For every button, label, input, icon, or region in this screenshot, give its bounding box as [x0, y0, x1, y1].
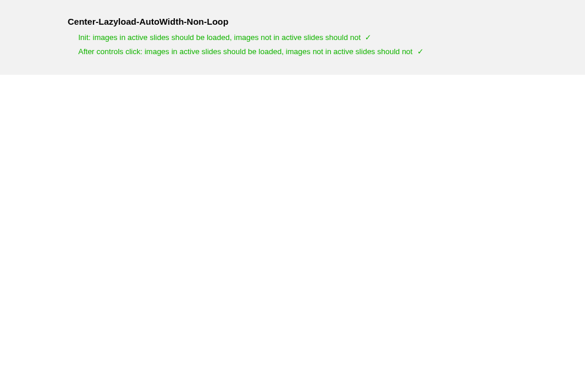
result-text: Init: images in active slides should be …	[78, 33, 361, 42]
result-item: Init: images in active slides should be …	[78, 32, 585, 43]
result-item: After controls click: images in active s…	[78, 46, 585, 57]
result-list: Init: images in active slides should be …	[78, 32, 585, 57]
check-icon: ✓	[417, 47, 424, 56]
panel-title: Center-Lazyload-AutoWidth-Non-Loop	[68, 16, 585, 26]
result-text: After controls click: images in active s…	[78, 47, 413, 56]
panel-inner: Center-Lazyload-AutoWidth-Non-Loop Init:…	[68, 16, 585, 57]
check-icon: ✓	[365, 33, 371, 42]
test-panel: Center-Lazyload-AutoWidth-Non-Loop Init:…	[0, 0, 585, 75]
